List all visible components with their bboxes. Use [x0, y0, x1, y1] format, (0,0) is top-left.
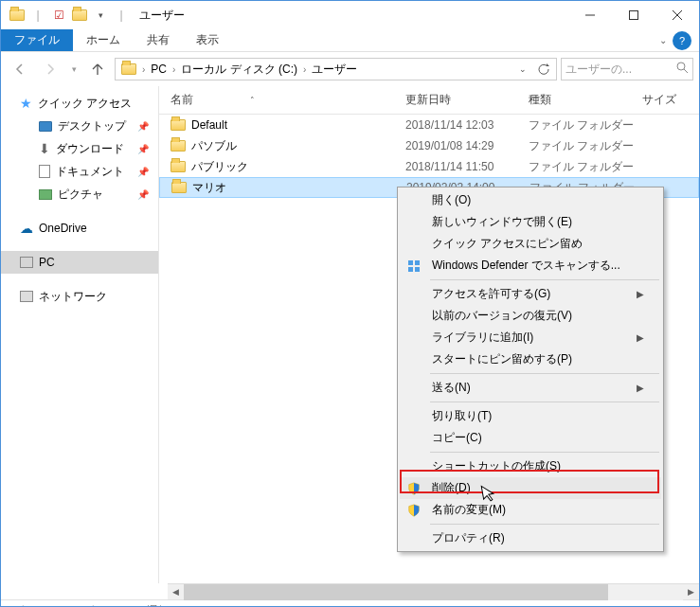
sidebar-label: PC	[39, 256, 55, 269]
refresh-button[interactable]	[533, 59, 554, 80]
search-icon[interactable]	[676, 62, 689, 77]
col-modified[interactable]: 更新日時	[405, 92, 529, 108]
sidebar-desktop[interactable]: デスクトップ📌	[1, 115, 158, 137]
quick-access-toolbar: | ☑ ▾ |	[7, 5, 132, 26]
sidebar-documents[interactable]: ドキュメント📌	[1, 160, 158, 183]
col-name[interactable]: 名前˄	[159, 92, 405, 108]
col-type[interactable]: 種類	[529, 92, 642, 108]
context-menu: 開く(O) 新しいウィンドウで開く(E) クイック アクセスにピン留め Wind…	[397, 187, 664, 552]
file-name: Default	[191, 118, 227, 132]
tab-home[interactable]: ホーム	[73, 29, 134, 51]
svg-line-5	[684, 69, 688, 73]
menu-delete[interactable]: 削除(D)	[400, 477, 661, 499]
list-item[interactable]: パブリック 2018/11/14 11:50 ファイル フォルダー	[159, 156, 699, 177]
menu-defender[interactable]: Windows Defender でスキャンする...	[400, 255, 661, 277]
horizontal-scrollbar[interactable]: ◀ ▶	[168, 583, 699, 599]
star-icon: ★	[20, 96, 32, 111]
col-label: 名前	[171, 92, 193, 108]
sidebar-onedrive[interactable]: ☁OneDrive	[1, 217, 158, 240]
titlebar: | ☑ ▾ | ユーザー	[1, 1, 699, 29]
menu-sendto[interactable]: 送る(N)▶	[400, 377, 661, 399]
up-arrow-icon	[90, 62, 105, 77]
defender-icon	[405, 258, 422, 275]
sidebar-pictures[interactable]: ピクチャ📌	[1, 183, 158, 205]
back-button[interactable]	[7, 56, 33, 82]
close-button[interactable]	[655, 1, 699, 29]
qat-newfolder-icon[interactable]	[69, 5, 90, 26]
column-headers[interactable]: 名前˄ 更新日時 種類 サイズ	[159, 86, 699, 115]
sidebar-label: デスクトップ	[58, 118, 126, 134]
tab-share[interactable]: 共有	[134, 29, 183, 51]
menu-library[interactable]: ライブラリに追加(I)▶	[400, 327, 661, 348]
search-box[interactable]: ユーザーの...	[561, 58, 693, 80]
menu-label: 新しいウィンドウで開く(E)	[432, 214, 572, 230]
sidebar-network[interactable]: ネットワーク	[1, 285, 158, 308]
scroll-thumb[interactable]	[184, 584, 608, 600]
submenu-arrow-icon: ▶	[637, 332, 644, 343]
menu-access[interactable]: アクセスを許可する(G)▶	[400, 283, 661, 305]
menu-label: アクセスを許可する(G)	[432, 286, 550, 302]
address-bar[interactable]: › PC › ローカル ディスク (C:) › ユーザー ⌄	[115, 58, 557, 80]
pc-icon	[117, 59, 140, 80]
menu-open[interactable]: 開く(O)	[400, 189, 661, 211]
forward-arrow-icon	[43, 62, 58, 77]
document-icon	[39, 165, 50, 178]
up-button[interactable]	[84, 56, 111, 82]
menu-open-new[interactable]: 新しいウィンドウで開く(E)	[400, 211, 661, 233]
list-item[interactable]: Default 2018/11/14 12:03 ファイル フォルダー	[159, 115, 699, 135]
shield-icon	[405, 480, 422, 497]
col-size[interactable]: サイズ	[642, 92, 699, 108]
sidebar-label: ピクチャ	[58, 187, 103, 203]
breadcrumb-disk[interactable]: ローカル ディスク (C:)	[177, 59, 301, 80]
menu-properties[interactable]: プロパティ(R)	[400, 527, 661, 549]
forward-button[interactable]	[37, 56, 63, 82]
folder-icon	[7, 5, 27, 26]
chevron-right-icon[interactable]: ›	[301, 64, 308, 75]
menu-pin-start[interactable]: スタートにピン留めする(P)	[400, 348, 661, 370]
menu-shortcut[interactable]: ショートカットの作成(S)	[400, 455, 661, 477]
breadcrumb-pc[interactable]: PC	[147, 59, 171, 80]
file-type: ファイル フォルダー	[529, 159, 642, 175]
pin-icon: 📌	[137, 189, 149, 200]
folder-icon	[171, 161, 186, 172]
qat-properties-icon[interactable]: ☑	[48, 5, 69, 26]
sidebar-downloads[interactable]: ⬇ダウンロード📌	[1, 137, 158, 160]
minimize-icon	[585, 10, 595, 20]
folder-icon	[171, 119, 186, 131]
close-icon	[673, 10, 682, 20]
menu-label: 削除(D)	[432, 480, 471, 496]
menu-restore[interactable]: 以前のバージョンの復元(V)	[400, 305, 661, 327]
pin-icon: 📌	[137, 167, 149, 177]
sidebar-label: ネットワーク	[39, 289, 107, 305]
scroll-left-icon[interactable]: ◀	[168, 584, 184, 600]
submenu-arrow-icon: ▶	[637, 289, 644, 299]
help-button[interactable]: ?	[673, 31, 691, 50]
menu-separator	[430, 279, 659, 280]
menu-copy[interactable]: コピー(C)	[400, 427, 661, 449]
tab-file[interactable]: ファイル	[1, 29, 73, 51]
address-dropdown[interactable]: ⌄	[512, 59, 533, 80]
scroll-right-icon[interactable]: ▶	[683, 584, 699, 600]
menu-cut[interactable]: 切り取り(T)	[400, 405, 661, 427]
ribbon-expand-icon[interactable]: ⌄	[659, 35, 667, 45]
status-selected: 1 個の項目を選択	[81, 603, 170, 607]
minimize-button[interactable]	[568, 1, 612, 29]
qat-dropdown-icon[interactable]: ▾	[90, 5, 111, 26]
scroll-track[interactable]	[184, 584, 683, 600]
shield-icon	[405, 502, 422, 519]
back-arrow-icon	[12, 62, 27, 77]
chevron-right-icon[interactable]: ›	[140, 64, 147, 75]
chevron-right-icon[interactable]: ›	[171, 64, 177, 75]
menu-pin-quick[interactable]: クイック アクセスにピン留め	[400, 233, 661, 255]
recent-dropdown[interactable]: ▾	[67, 56, 81, 82]
menu-rename[interactable]: 名前の変更(M)	[400, 499, 661, 521]
tab-view[interactable]: 表示	[183, 29, 232, 51]
list-item[interactable]: パソブル 2019/01/08 14:29 ファイル フォルダー	[159, 135, 699, 156]
sidebar-quick-access[interactable]: ★クイック アクセス	[1, 92, 158, 115]
maximize-button[interactable]	[612, 1, 655, 29]
breadcrumb-users[interactable]: ユーザー	[308, 59, 361, 80]
svg-rect-7	[415, 260, 420, 265]
desktop-icon	[39, 121, 52, 132]
svg-rect-6	[408, 260, 413, 265]
sidebar-pc[interactable]: PC	[1, 251, 158, 274]
